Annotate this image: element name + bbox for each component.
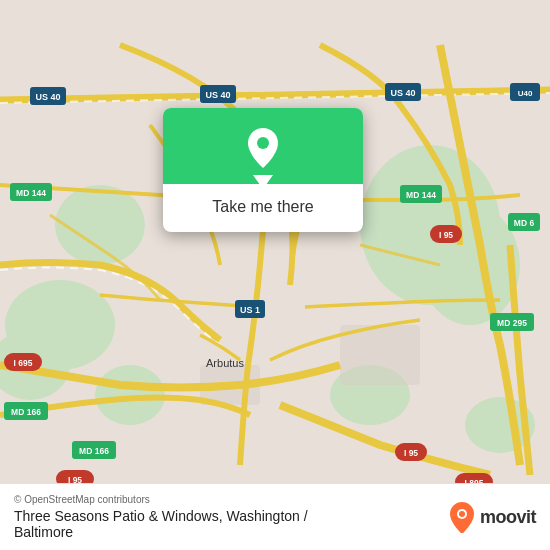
svg-text:MD 166: MD 166 xyxy=(11,407,41,417)
popup-button-section: Take me there xyxy=(163,184,363,232)
svg-rect-9 xyxy=(340,325,420,385)
svg-point-48 xyxy=(459,511,465,517)
popup-tail xyxy=(253,175,273,189)
svg-text:US 1: US 1 xyxy=(240,305,260,315)
svg-text:US 40: US 40 xyxy=(205,90,230,100)
svg-text:MD 295: MD 295 xyxy=(497,318,527,328)
svg-text:MD 144: MD 144 xyxy=(16,188,46,198)
location-pin-icon xyxy=(241,126,285,170)
moovit-brand-text: moovit xyxy=(480,507,536,528)
osm-credit: © OpenStreetMap contributors xyxy=(14,494,308,505)
location-name-2: Baltimore xyxy=(14,524,308,540)
svg-text:US 40: US 40 xyxy=(390,88,415,98)
map-container: US 40 US 40 US 40 U40 MD 144 MD 144 MD 1… xyxy=(0,0,550,550)
location-name: Three Seasons Patio & Windows, Washingto… xyxy=(14,508,308,524)
svg-text:MD 144: MD 144 xyxy=(406,190,436,200)
moovit-logo: moovit xyxy=(448,501,536,533)
moovit-pin-icon xyxy=(448,501,476,533)
svg-text:Arbutus: Arbutus xyxy=(206,357,244,369)
svg-point-8 xyxy=(55,185,145,265)
footer-info: © OpenStreetMap contributors Three Seaso… xyxy=(14,494,308,540)
svg-point-46 xyxy=(257,137,269,149)
svg-text:MD 166: MD 166 xyxy=(79,446,109,456)
svg-text:US 40: US 40 xyxy=(35,92,60,102)
svg-text:I 95: I 95 xyxy=(404,448,418,458)
svg-text:MD 6: MD 6 xyxy=(514,218,535,228)
svg-text:U40: U40 xyxy=(518,89,533,98)
location-popup: Take me there xyxy=(163,108,363,232)
map-footer: © OpenStreetMap contributors Three Seaso… xyxy=(0,483,550,550)
take-me-there-button[interactable]: Take me there xyxy=(204,196,321,218)
svg-text:I 95: I 95 xyxy=(439,230,453,240)
popup-green-header xyxy=(163,108,363,184)
svg-text:I 695: I 695 xyxy=(14,358,33,368)
